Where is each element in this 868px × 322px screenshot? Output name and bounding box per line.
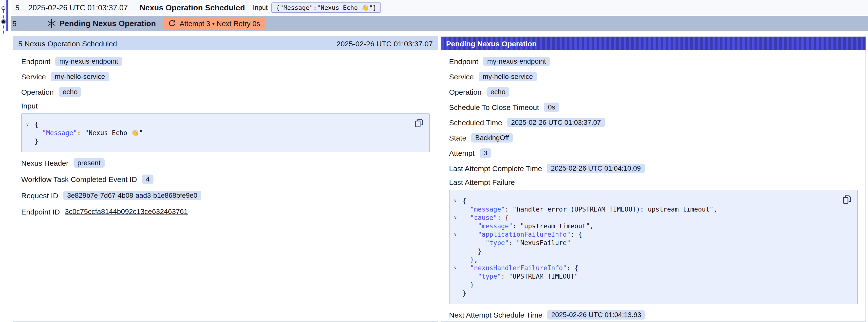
field-value-badge: 3e829b7e-7d67-4b08-aad3-b1e868bfe9e0 [63, 191, 202, 200]
field-row: Request ID3e829b7e-7d67-4b08-aad3-b1e868… [21, 190, 430, 201]
json-line: "type": "UPSTREAM_TIMEOUT" [462, 272, 835, 281]
left-panel-header: 5 Nexus Operation Scheduled 2025-02-26 U… [13, 37, 438, 50]
field-label: Endpoint [449, 57, 478, 65]
json-key: "applicationFailureInfo" [478, 231, 571, 238]
field-label: State [449, 133, 466, 142]
retry-icon [168, 20, 176, 27]
field-value-badge: 2025-02-26 UTC 01:04:13.93 [548, 310, 645, 319]
field-label: Operation [449, 88, 482, 96]
timeline-active-bar [6, 0, 8, 31]
copy-icon[interactable] [842, 195, 851, 204]
panel-pending-nexus-operation: Pending Nexus Operation Endpointmy-nexus… [441, 36, 866, 322]
pending-event-title: Pending Nexus Operation [59, 19, 156, 28]
field-row: Endpointmy-nexus-endpoint [21, 56, 430, 67]
field-row: Schedule To Close Timeout0s [449, 102, 858, 112]
field-label: Request ID [21, 191, 58, 199]
field-value-badge: my-nexus-endpoint [483, 57, 550, 66]
json-key: "Message" [42, 129, 77, 137]
json-key: "type" [478, 273, 501, 280]
json-line: } [462, 281, 835, 289]
field-row: Last Attempt Complete Time2025-02-26 UTC… [449, 163, 858, 173]
field-value-badge: 4 [142, 174, 154, 184]
pending-asterisk-icon [47, 19, 57, 28]
attempt-retry-badge: Attempt 3 • Next Retry 0s [163, 17, 266, 30]
last-attempt-failure-json-viewer: ∨{ "message": "handler error (UPSTREAM_T… [449, 190, 858, 304]
right-panel-header: Pending Nexus Operation [441, 37, 866, 50]
field-value-badge: present [73, 158, 104, 167]
field-row: Attempt3 [449, 148, 858, 158]
copy-icon[interactable] [414, 118, 424, 127]
field-row: Endpointmy-nexus-endpoint [449, 56, 858, 67]
json-line: ∨ "cause": { [462, 214, 835, 222]
collapse-chevron-icon[interactable]: ∨ [454, 215, 457, 220]
field-label: Next Attempt Schedule Time [449, 311, 542, 319]
event-input-label: Input [253, 4, 268, 11]
field-label: Schedule To Close Timeout [449, 103, 539, 111]
field-label: Service [449, 72, 474, 80]
json-key: "cause" [470, 214, 497, 221]
json-line: "type": "NexusFailure" [462, 239, 835, 247]
json-key: "nexusHandlerFailureInfo" [470, 264, 566, 272]
field-label: Attempt [449, 149, 474, 157]
field-row: Endpoint ID3c0c75ccfa8144b092c13ce632463… [21, 206, 430, 217]
field-label: Service [21, 72, 46, 80]
field-value-badge: BackingOff [471, 133, 513, 142]
field-label: Workflow Task Completed Event ID [21, 175, 137, 183]
detail-panels: 5 Nexus Operation Scheduled 2025-02-26 U… [13, 36, 866, 322]
json-line: } [35, 137, 408, 146]
json-line: "message": "handler error (UPSTREAM_TIME… [462, 205, 835, 214]
field-row: Workflow Task Completed Event ID4 [21, 173, 430, 185]
right-panel-title: Pending Nexus Operation [446, 39, 537, 47]
attempt-retry-text: Attempt 3 • Next Retry 0s [180, 20, 260, 27]
field-value-badge: my-hello-service [479, 72, 537, 81]
field-value-badge: 0s [544, 102, 559, 112]
json-line: } [462, 247, 835, 255]
field-row: Operationecho [21, 86, 430, 97]
field-value-link[interactable]: 3c0c75ccfa8144b092c13ce632463761 [65, 207, 188, 216]
field-label: Nexus Header [21, 159, 69, 167]
json-line: ∨{ [35, 120, 408, 129]
field-value-badge: 2025-02-26 UTC 01:04:10.09 [547, 163, 645, 173]
left-panel-title: 5 Nexus Operation Scheduled [18, 39, 117, 47]
field-label: Endpoint ID [21, 207, 60, 216]
timeline-node-current-icon [2, 20, 5, 23]
collapse-chevron-icon[interactable]: ∨ [454, 198, 457, 203]
event-id-link[interactable]: 5 [12, 19, 17, 28]
field-label: Last Attempt Complete Time [449, 164, 542, 172]
field-row: Servicemy-hello-service [21, 71, 430, 82]
field-value-badge: my-hello-service [51, 72, 109, 81]
field-label: Scheduled Time [449, 118, 502, 127]
collapse-chevron-icon[interactable]: ∨ [454, 265, 457, 270]
json-line: "Message": "Nexus Echo 👋" [35, 129, 408, 137]
event-id-link[interactable]: 5 [15, 3, 20, 12]
json-key: "type" [486, 239, 509, 247]
panel-nexus-operation-scheduled: 5 Nexus Operation Scheduled 2025-02-26 U… [13, 36, 438, 322]
field-row: Servicemy-hello-service [449, 71, 858, 82]
json-line: ∨{ [462, 197, 835, 205]
field-value-badge: 2025-02-26 UTC 01:03:37.07 [507, 118, 605, 127]
json-line: ∨ "nexusHandlerFailureInfo": { [462, 264, 835, 272]
json-line: }, [462, 255, 835, 264]
field-label: Endpoint [21, 57, 50, 65]
json-key: "message" [478, 222, 513, 230]
event-timestamp: 2025-02-26 UTC 01:03:37.07 [28, 3, 128, 12]
collapse-chevron-icon[interactable]: ∨ [26, 122, 29, 127]
json-line: } [462, 289, 835, 297]
json-line: "message": "upstream timeout", [462, 222, 835, 230]
field-value-badge: my-nexus-endpoint [55, 57, 122, 66]
event-row-nexus-operation-scheduled[interactable]: 5 2025-02-26 UTC 01:03:37.07 Nexus Opera… [11, 0, 868, 15]
field-label: Operation [21, 88, 54, 96]
input-json-viewer: ∨{ "Message": "Nexus Echo 👋"} [21, 114, 430, 152]
event-title: Nexus Operation Scheduled [140, 3, 245, 12]
field-value-badge: echo [59, 87, 82, 96]
json-key: "message" [470, 205, 505, 213]
field-row: Nexus Headerpresent [21, 157, 430, 168]
event-input-value-badge: {"Message":"Nexus Echo 👋"} [272, 2, 381, 13]
last-attempt-failure-label: Last Attempt Failure [449, 178, 858, 186]
json-line: ∨ "applicationFailureInfo": { [462, 230, 835, 239]
field-row: Next Attempt Schedule Time2025-02-26 UTC… [449, 309, 858, 320]
left-panel-time: 2025-02-26 UTC 01:03:37.07 [337, 39, 433, 47]
event-history-view: 5 2025-02-26 UTC 01:03:37.07 Nexus Opera… [0, 0, 868, 322]
collapse-chevron-icon[interactable]: ∨ [454, 232, 457, 237]
event-row-pending-nexus-operation[interactable]: 5 Pending Nexus Operation Attempt 3 • Ne… [11, 16, 868, 31]
